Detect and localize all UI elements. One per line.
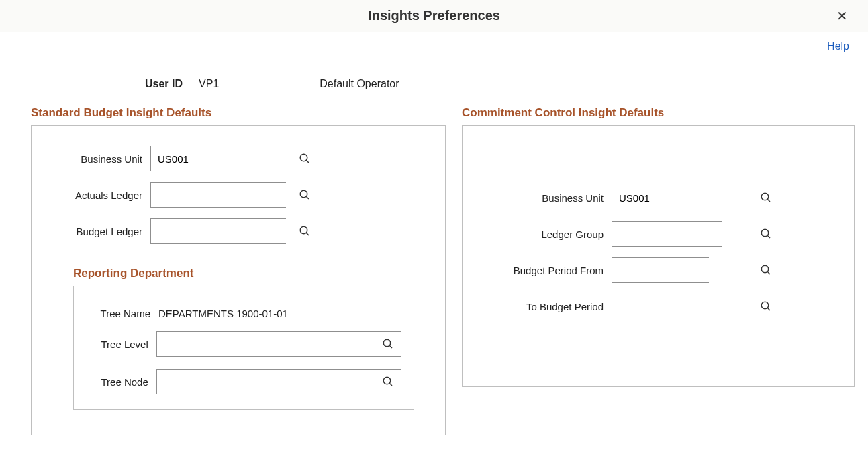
ledger-group-row: Ledger Group	[477, 221, 839, 247]
help-row: Help	[0, 32, 868, 52]
to-budget-period-input[interactable]	[612, 294, 753, 319]
svg-point-12	[761, 229, 769, 237]
search-icon	[382, 338, 394, 350]
search-icon	[760, 192, 772, 204]
main-content: Standard Budget Insight Defaults Busines…	[0, 103, 868, 435]
tree-level-label: Tree Level	[86, 339, 156, 350]
actuals-ledger-input[interactable]	[151, 183, 292, 207]
tree-node-row: Tree Node	[86, 369, 401, 394]
business-unit-lookup-button[interactable]	[292, 146, 318, 171]
cc-business-unit-row: Business Unit	[477, 185, 839, 210]
budget-ledger-row: Budget Ledger	[46, 218, 430, 244]
dialog-title: Insights Preferences	[368, 8, 500, 24]
svg-point-0	[300, 154, 307, 161]
svg-line-13	[767, 235, 770, 238]
tree-name-label: Tree Name	[86, 308, 158, 319]
to-budget-period-lookup-button[interactable]	[753, 294, 779, 319]
commitment-control-section: Commitment Control Insight Defaults Busi…	[462, 106, 855, 435]
svg-point-6	[383, 339, 391, 347]
search-icon	[299, 225, 311, 237]
ledger-group-label: Ledger Group	[477, 228, 612, 240]
svg-line-3	[306, 196, 309, 199]
search-icon	[299, 189, 311, 201]
budget-period-from-row: Budget Period From	[477, 257, 839, 283]
svg-point-2	[300, 190, 307, 198]
svg-point-10	[761, 193, 769, 200]
tree-name-row: Tree Name DEPARTMENTS 1900-01-01	[86, 308, 401, 319]
tree-level-input[interactable]	[157, 332, 375, 356]
business-unit-input[interactable]	[151, 146, 292, 171]
svg-line-15	[767, 271, 770, 274]
search-icon	[760, 228, 772, 240]
svg-point-4	[300, 226, 307, 234]
svg-point-8	[383, 377, 391, 384]
to-budget-period-row: To Budget Period	[477, 294, 839, 319]
budget-ledger-lookup-button[interactable]	[292, 219, 318, 243]
standard-budget-title: Standard Budget Insight Defaults	[31, 106, 446, 120]
budget-ledger-label: Budget Ledger	[46, 226, 150, 237]
reporting-department-panel: Tree Name DEPARTMENTS 1900-01-01 Tree Le…	[73, 286, 414, 410]
business-unit-label: Business Unit	[46, 153, 150, 165]
svg-point-16	[761, 302, 769, 309]
help-link[interactable]: Help	[827, 40, 849, 52]
tree-node-lookup	[156, 369, 401, 394]
standard-budget-panel: Business Unit Actuals Ledger	[31, 125, 446, 435]
cc-business-unit-lookup-button[interactable]	[753, 185, 779, 210]
actuals-ledger-lookup-button[interactable]	[292, 183, 318, 207]
tree-node-lookup-button[interactable]	[375, 370, 401, 394]
tree-level-lookup-button[interactable]	[375, 332, 401, 356]
to-budget-period-lookup	[612, 294, 709, 319]
commitment-control-panel: Business Unit Ledger Group	[462, 125, 855, 387]
default-operator: Default Operator	[320, 78, 399, 90]
commitment-control-title: Commitment Control Insight Defaults	[462, 106, 855, 120]
svg-line-11	[767, 199, 770, 202]
tree-node-input[interactable]	[157, 370, 375, 394]
dialog-header: Insights Preferences ✕	[0, 0, 868, 32]
budget-ledger-lookup	[150, 218, 286, 244]
actuals-ledger-label: Actuals Ledger	[46, 190, 150, 201]
budget-period-from-lookup-button[interactable]	[753, 258, 779, 282]
tree-level-lookup	[156, 331, 401, 357]
svg-line-9	[389, 383, 392, 386]
actuals-ledger-lookup	[150, 182, 286, 208]
cc-business-unit-label: Business Unit	[477, 192, 612, 204]
reporting-department-section: Reporting Department Tree Name DEPARTMEN…	[73, 267, 430, 410]
budget-period-from-label: Budget Period From	[477, 265, 612, 276]
close-button[interactable]: ✕	[836, 9, 848, 23]
svg-line-1	[306, 160, 309, 163]
actuals-ledger-row: Actuals Ledger	[46, 182, 430, 208]
user-row: User ID VP1 Default Operator	[0, 52, 868, 103]
search-icon	[299, 153, 311, 165]
budget-period-from-lookup	[612, 257, 709, 283]
svg-point-14	[761, 265, 769, 273]
reporting-department-title: Reporting Department	[73, 267, 430, 280]
business-unit-lookup	[150, 146, 286, 171]
search-icon	[760, 264, 772, 276]
cc-business-unit-input[interactable]	[612, 185, 753, 210]
tree-level-row: Tree Level	[86, 331, 401, 357]
user-id-label: User ID	[145, 78, 183, 90]
svg-line-17	[767, 308, 770, 310]
user-id-value: VP1	[199, 78, 219, 90]
ledger-group-input[interactable]	[612, 222, 753, 246]
standard-budget-section: Standard Budget Insight Defaults Busines…	[31, 106, 446, 435]
ledger-group-lookup	[612, 221, 722, 247]
svg-line-7	[389, 345, 392, 348]
tree-name-value: DEPARTMENTS 1900-01-01	[158, 308, 288, 319]
search-icon	[760, 300, 772, 312]
budget-period-from-input[interactable]	[612, 258, 753, 282]
cc-business-unit-lookup	[612, 185, 747, 210]
budget-ledger-input[interactable]	[151, 219, 292, 243]
to-budget-period-label: To Budget Period	[477, 301, 612, 312]
close-icon: ✕	[836, 9, 848, 24]
tree-node-label: Tree Node	[86, 376, 156, 388]
search-icon	[382, 376, 394, 388]
svg-line-5	[306, 233, 309, 235]
business-unit-row: Business Unit	[46, 146, 430, 171]
ledger-group-lookup-button[interactable]	[753, 222, 779, 246]
